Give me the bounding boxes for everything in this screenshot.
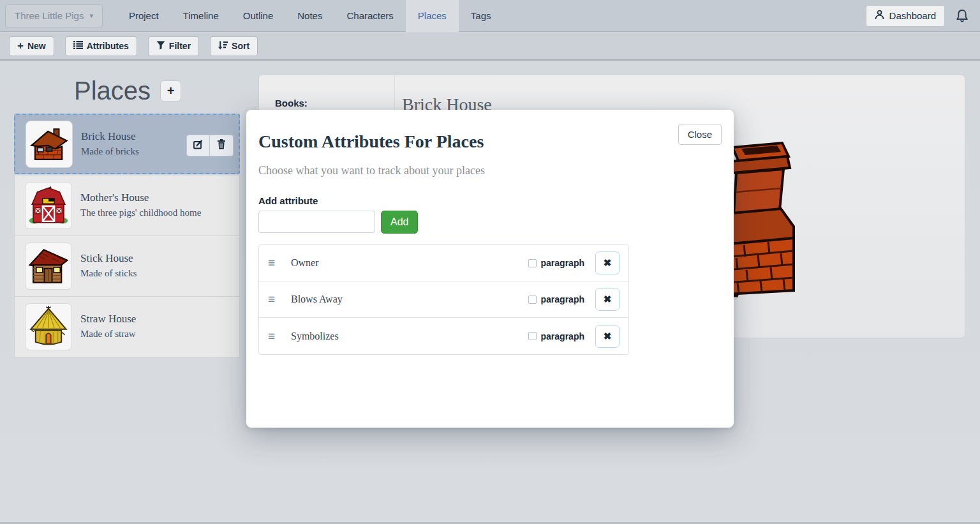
place-item-text: Stick House Made of sticks — [80, 252, 216, 280]
dashboard-button[interactable]: Dashboard — [866, 5, 945, 27]
paragraph-toggle: paragraph — [528, 294, 584, 304]
filter-button[interactable]: Filter — [148, 36, 199, 56]
attribute-row-blows-away: ≡ Blows Away paragraph ✖ — [259, 281, 628, 318]
place-description: Made of sticks — [80, 267, 216, 280]
filter-icon — [156, 41, 165, 52]
place-item-text: Mother's House The three pigs' childhood… — [80, 191, 216, 220]
person-icon — [875, 10, 884, 22]
plus-icon: + — [17, 40, 24, 52]
project-selector[interactable]: Three Little Pigs ▾ — [5, 4, 103, 27]
barn-thumbnail — [25, 182, 72, 229]
list-icon — [73, 41, 83, 51]
nav-tabs: Project Timeline Outline Notes Character… — [117, 0, 503, 32]
paragraph-checkbox[interactable] — [528, 296, 537, 304]
place-name: Straw House — [80, 313, 216, 326]
place-name: Mother's House — [80, 191, 216, 204]
add-attribute-label: Add attribute — [258, 195, 318, 206]
project-selector-label: Three Little Pigs — [15, 10, 84, 21]
edit-place-button[interactable] — [186, 135, 210, 156]
remove-attribute-button[interactable]: ✖ — [595, 325, 620, 348]
edit-icon — [193, 139, 204, 152]
place-item-stick-house[interactable]: Stick House Made of sticks — [14, 236, 240, 297]
paragraph-label: paragraph — [541, 258, 584, 268]
modal-title: Custom Attributes For Places — [258, 131, 484, 152]
x-icon: ✖ — [604, 331, 612, 342]
sort-icon — [218, 41, 228, 52]
place-item-text: Straw House Made of straw — [80, 313, 216, 341]
paragraph-label: paragraph — [541, 294, 584, 304]
delete-place-button[interactable] — [210, 135, 234, 156]
places-toolbar: + New Attributes Filter Sort — [0, 33, 980, 61]
place-item-straw-house[interactable]: Straw House Made of straw — [14, 297, 240, 357]
attribute-name: Owner — [291, 257, 528, 269]
new-button-label: New — [27, 41, 46, 51]
x-icon: ✖ — [604, 294, 612, 305]
place-name: Stick House — [80, 252, 216, 265]
tab-project[interactable]: Project — [117, 0, 171, 32]
place-item-brick-house[interactable]: Brick House Made of bricks — [14, 114, 240, 174]
attribute-row-owner: ≡ Owner paragraph ✖ — [259, 245, 628, 281]
place-item-actions — [186, 135, 234, 156]
modal-subtitle: Choose what you want to track about your… — [258, 164, 485, 177]
paragraph-checkbox[interactable] — [528, 259, 537, 267]
caret-down-icon: ▾ — [89, 11, 93, 20]
attribute-name-input[interactable] — [258, 211, 375, 233]
attribute-list: ≡ Owner paragraph ✖ ≡ Blows Away paragra… — [258, 244, 629, 355]
drag-handle-icon[interactable]: ≡ — [268, 256, 291, 270]
straw-house-thumbnail — [25, 303, 72, 350]
paragraph-toggle: paragraph — [528, 258, 584, 268]
tab-notes[interactable]: Notes — [285, 0, 334, 32]
place-description: Made of straw — [80, 327, 216, 341]
places-header: Places + — [0, 77, 255, 105]
attribute-name: Symbolizes — [291, 331, 528, 342]
close-button[interactable]: Close — [678, 124, 722, 145]
drag-handle-icon[interactable]: ≡ — [268, 329, 291, 343]
paragraph-checkbox[interactable] — [528, 332, 537, 340]
new-button[interactable]: + New — [9, 36, 54, 56]
bell-icon[interactable] — [956, 9, 969, 23]
attributes-button-label: Attributes — [87, 41, 129, 51]
books-label: Books: — [275, 98, 308, 109]
tab-timeline[interactable]: Timeline — [171, 0, 231, 32]
custom-attributes-modal: Close Custom Attributes For Places Choos… — [246, 110, 734, 428]
attributes-button[interactable]: Attributes — [65, 36, 137, 56]
brick-house-thumbnail — [26, 121, 73, 168]
tab-tags[interactable]: Tags — [459, 0, 503, 32]
stick-house-thumbnail — [25, 243, 72, 290]
place-description: The three pigs' childhood home — [80, 206, 216, 220]
sort-button-label: Sort — [232, 41, 249, 51]
trash-icon — [217, 139, 226, 152]
remove-attribute-button[interactable]: ✖ — [595, 251, 620, 274]
attribute-name: Blows Away — [291, 294, 528, 305]
place-list: Brick House Made of bricks — [14, 114, 240, 357]
remove-attribute-button[interactable]: ✖ — [595, 288, 620, 311]
x-icon: ✖ — [604, 257, 612, 269]
attribute-row-symbolizes: ≡ Symbolizes paragraph ✖ — [259, 318, 628, 354]
top-navbar: Three Little Pigs ▾ Project Timeline Out… — [0, 0, 980, 32]
add-place-button[interactable]: + — [160, 80, 181, 101]
paragraph-label: paragraph — [541, 331, 584, 341]
plus-icon: + — [167, 84, 175, 98]
page-title: Places — [74, 77, 151, 105]
tab-characters[interactable]: Characters — [334, 0, 405, 32]
place-item-mothers-house[interactable]: Mother's House The three pigs' childhood… — [14, 176, 240, 236]
filter-button-label: Filter — [169, 41, 191, 51]
tab-outline[interactable]: Outline — [231, 0, 286, 32]
sort-button[interactable]: Sort — [210, 36, 258, 56]
drag-handle-icon[interactable]: ≡ — [268, 292, 291, 306]
add-attribute-button[interactable]: Add — [381, 211, 418, 234]
dashboard-label: Dashboard — [889, 10, 936, 21]
navbar-right: Dashboard — [866, 5, 969, 27]
tab-places[interactable]: Places — [406, 0, 459, 32]
paragraph-toggle: paragraph — [528, 331, 584, 341]
